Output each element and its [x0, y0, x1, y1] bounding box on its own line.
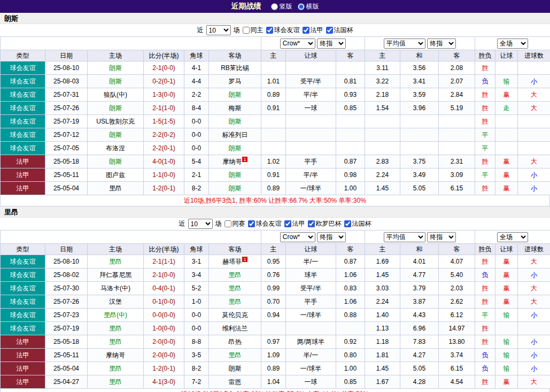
team-link[interactable]: 朗斯 [229, 91, 242, 98]
horizontal-radio[interactable] [298, 3, 305, 10]
filter-checkbox[interactable] [284, 220, 291, 227]
team-link[interactable]: 里昂 [109, 325, 122, 332]
filter-checkbox[interactable] [266, 27, 273, 34]
filter-checkbox[interactable] [344, 220, 351, 227]
layout-option-vertical[interactable]: 竖版 [271, 2, 292, 11]
team-link[interactable]: 马洛卡(中) [100, 285, 130, 292]
score-link[interactable]: 2-1(1-1) [152, 258, 175, 265]
score-link[interactable]: 0-0(0-0) [152, 311, 175, 319]
team-link[interactable]: 里昂 [109, 258, 122, 265]
team-link[interactable]: 里昂 [229, 271, 242, 279]
filter-option[interactable]: 法国杯 [344, 219, 371, 228]
filter-checkbox[interactable] [243, 27, 250, 34]
team-link[interactable]: 罗马 [229, 78, 242, 85]
odds-company-select[interactable]: Crow* [280, 232, 315, 242]
team-link[interactable]: 朗斯 [229, 365, 242, 372]
filter-checkbox[interactable] [326, 27, 333, 34]
team-link[interactable]: 赫塔菲 [222, 258, 242, 265]
filter-checkbox[interactable] [303, 27, 309, 34]
team-link[interactable]: 朗斯 [229, 118, 242, 125]
date-cell: 25-04-27 [45, 375, 88, 389]
odds-time-select[interactable]: 终指 [317, 39, 346, 49]
team-link[interactable]: 里昂 [109, 365, 122, 372]
filter-option[interactable]: 同赛 [224, 219, 245, 228]
score-link[interactable]: 2-0(0-0) [152, 351, 175, 359]
team-link[interactable]: 莫伦贝克 [222, 311, 248, 319]
date-cell: 25-05-18 [45, 335, 88, 349]
filter-option[interactable]: 法甲 [303, 26, 323, 35]
filter-checkbox[interactable] [248, 220, 255, 227]
team-link[interactable]: 朗斯 [229, 144, 242, 152]
team-link[interactable]: 里昂 [109, 378, 122, 386]
score-link[interactable]: 1-5(1-5) [152, 118, 175, 125]
score-cell: 1-2(0-1) [144, 182, 184, 195]
team-link[interactable]: 朗斯 [109, 131, 122, 139]
team-link[interactable]: 朗斯 [109, 64, 122, 72]
team-link[interactable]: 里昂 [109, 338, 122, 345]
score-link[interactable]: 1-0(0-0) [152, 325, 175, 332]
team-link[interactable]: 里昂 [229, 298, 242, 305]
scope-select[interactable]: 全场 [497, 39, 528, 49]
team-link[interactable]: 里昂 [229, 285, 242, 292]
team-link[interactable]: 狼队(中) [104, 91, 127, 98]
score-link[interactable]: 2-2(0-2) [152, 131, 175, 139]
team-link[interactable]: 摩纳哥 [106, 351, 125, 359]
score-link[interactable]: 4-1(3-0) [152, 378, 175, 386]
score-link[interactable]: 2-1(1-0) [152, 104, 175, 112]
team-link[interactable]: 拜仁慕尼黑 [99, 271, 131, 279]
team-link[interactable]: 维利法兰 [222, 325, 248, 332]
score-link[interactable]: 2-1(0-0) [152, 64, 175, 72]
team-link[interactable]: 图卢兹 [106, 171, 125, 179]
filter-option[interactable]: 同主 [243, 26, 264, 35]
team-link[interactable]: 汉堡 [109, 298, 122, 305]
result-cell: 负 [475, 362, 495, 375]
score-link[interactable]: 1-1(0-0) [152, 171, 175, 179]
team-link[interactable]: 梅斯 [229, 104, 242, 112]
team-link[interactable]: 朗斯 [109, 78, 122, 85]
average-time-select[interactable]: 终指 [427, 232, 456, 242]
score-link[interactable]: 1-2(0-1) [152, 365, 175, 372]
team-link[interactable]: 朗斯 [109, 158, 122, 165]
average-select[interactable]: 平均值 [384, 232, 425, 242]
team-link[interactable]: 里昂(中) [104, 311, 127, 319]
filter-option[interactable]: 法甲 [284, 219, 305, 228]
odds-company-select[interactable]: Crow* [280, 39, 315, 49]
filter-checkbox[interactable] [308, 220, 315, 227]
recent-count-select[interactable]: 10 [188, 219, 213, 229]
filter-option[interactable]: 法国杯 [326, 26, 353, 35]
score-link[interactable]: 1-2(0-1) [152, 185, 175, 192]
team-link[interactable]: 布洛涅 [106, 144, 125, 152]
scope-select[interactable]: 全场 [497, 232, 528, 242]
filter-option[interactable]: 欧罗巴杯 [308, 219, 342, 228]
average-select[interactable]: 平均值 [384, 39, 425, 49]
team-link[interactable]: 昂热 [229, 338, 242, 345]
recent-count-select[interactable]: 10 [206, 25, 231, 35]
score-link[interactable]: 0-1(0-0) [152, 298, 175, 305]
score-link[interactable]: 0-4(0-1) [152, 285, 175, 292]
team-link[interactable]: 朗斯 [109, 104, 122, 112]
team-link[interactable]: 摩纳哥 [222, 158, 242, 165]
team-link[interactable]: 标准列日 [222, 131, 248, 139]
vertical-radio[interactable] [271, 3, 278, 10]
score-link[interactable]: 2-0(0-0) [152, 338, 175, 345]
odds-time-select[interactable]: 终指 [317, 232, 346, 242]
score-link[interactable]: 4-0(1-0) [152, 158, 175, 165]
scope-dropdown-cell: 全场 [475, 37, 550, 50]
score-link[interactable]: 2-1(0-0) [152, 271, 175, 279]
filter-option[interactable]: 球会友谊 [248, 219, 282, 228]
filter-option[interactable]: 球会友谊 [266, 26, 300, 35]
match-type-cell: 法甲 [1, 335, 45, 349]
team-link[interactable]: 朗斯 [229, 171, 242, 179]
layout-option-horizontal[interactable]: 横版 [298, 2, 319, 11]
team-link[interactable]: RB莱比锡 [221, 64, 249, 72]
score-link[interactable]: 0-2(0-1) [152, 78, 175, 85]
team-link[interactable]: 雷恩 [229, 378, 242, 386]
filter-checkbox[interactable] [224, 220, 231, 227]
team-link[interactable]: 朗斯 [229, 185, 242, 192]
average-time-select[interactable]: 终指 [427, 39, 456, 49]
team-link[interactable]: USL敦刻尔克 [96, 118, 134, 125]
team-link[interactable]: 里昂 [109, 185, 122, 192]
score-link[interactable]: 2-2(0-1) [152, 144, 175, 152]
team-link[interactable]: 里昂 [229, 351, 242, 359]
score-link[interactable]: 1-3(0-0) [152, 91, 175, 98]
